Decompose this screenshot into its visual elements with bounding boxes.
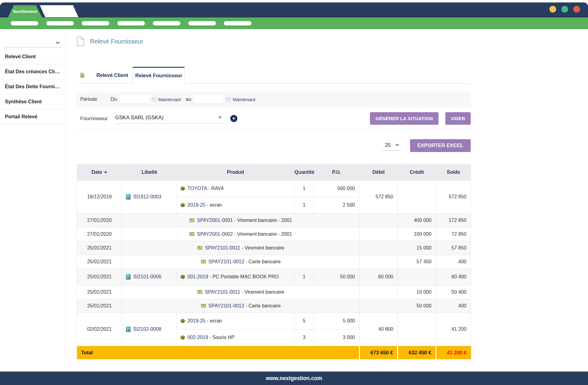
product-link[interactable]: TOYOTA [187, 186, 207, 191]
periode-label: Période [80, 97, 97, 102]
sidebar-item-releve-client[interactable]: Relevé Client [0, 49, 66, 64]
payment-code-link[interactable]: SPAY2101-0012 [209, 303, 244, 308]
solde-cell: 572 850 [436, 180, 471, 213]
sidebar-item-synthese-client[interactable]: Synthèse Client [0, 94, 66, 109]
column-header-debit[interactable]: Débit [360, 164, 398, 180]
table-row: 16/12/2019$SI1912-0003TOYOTA - RAV41500 … [77, 180, 471, 197]
date-from-input[interactable] [121, 95, 149, 104]
debit-cell [360, 255, 398, 269]
column-header-pu[interactable]: P.U. [314, 164, 360, 180]
chevron-down-icon [395, 144, 399, 146]
nav-pill[interactable] [224, 21, 251, 25]
invoice-code-link[interactable]: SI1912-0003 [133, 194, 161, 199]
date-cell: 16/12/2019 [77, 180, 122, 213]
window-dot-teal[interactable] [561, 6, 568, 13]
payment-cell: $SPAY2101-0011 - Virement bancaire [122, 241, 360, 255]
solde-cell: 60 400 [436, 269, 471, 285]
column-header-credit[interactable]: Crédit [398, 164, 436, 180]
window-dot-yellow[interactable] [549, 6, 556, 13]
total-solde: 41 200 € [436, 346, 471, 359]
tab-bar: Relevé Client Relevé Fournisseur [77, 67, 471, 84]
calendar-icon[interactable] [226, 97, 231, 101]
app-window: NextGestion Relevé ClientÉtat Des créanc… [0, 2, 588, 385]
payment-cell: $SPAY2101-0012 - Carte bancaire [122, 255, 360, 269]
sidebar-item-portail-releve[interactable]: Portail Relevé [0, 109, 66, 124]
payment-cell: $SPAY2101-0012 - Carte bancaire [122, 299, 360, 313]
nav-pill[interactable] [153, 21, 180, 25]
quantity-cell: 1 [295, 180, 314, 197]
svg-text:$: $ [202, 261, 203, 263]
sidebar-item-etat-des-creances-client[interactable]: État Des créances Client [0, 64, 66, 79]
tab-releve-client[interactable]: Relevé Client [92, 67, 133, 83]
date-to-input[interactable] [195, 95, 223, 104]
produit-cell: 002-2019 - Souris HP [177, 329, 295, 346]
payment-icon: $ [189, 232, 194, 236]
au-label: au [186, 97, 191, 102]
nav-pill[interactable] [46, 21, 74, 25]
payment-code-link[interactable]: SPAY2101-0012 [209, 259, 244, 264]
product-link[interactable]: 2019-25 [187, 202, 205, 208]
svg-text:$: $ [202, 305, 203, 307]
footer-url: www.nextgestion.com [266, 375, 322, 382]
payment-code-link[interactable]: SPAY2101-0011 [205, 289, 240, 295]
maintenant-from-link[interactable]: Maintenant [158, 97, 181, 102]
window-dot-red[interactable] [573, 6, 580, 13]
debit-cell [360, 285, 398, 299]
package-icon [180, 318, 185, 323]
debit-cell [360, 227, 398, 241]
sidebar-dropdown[interactable] [4, 35, 61, 48]
product-link[interactable]: 002-2019 [187, 335, 208, 340]
column-header-produit[interactable]: Produit [177, 164, 295, 180]
generate-situation-button[interactable]: GÉNÉRER LA SITUATION [370, 112, 439, 125]
payment-cell: $SPAY2001-0001 - Virement bancaire - 200… [122, 213, 360, 227]
table-row: 25/01/2021$SPAY2101-0012 - Carte bancair… [77, 299, 471, 313]
credit-cell: 50 000 [398, 299, 436, 313]
column-header-libelle[interactable]: Libellé [122, 164, 177, 180]
sidebar-item-etat-des-dette-fournis[interactable]: État Des Dette Fournis… [0, 79, 66, 94]
period-filter-row: Période Du Maintenant au Maintenant [77, 91, 471, 107]
total-debit: 673 650 € [360, 346, 398, 359]
fournisseur-select[interactable]: GSKA SARL (GSKA) [115, 113, 224, 124]
payment-code-link[interactable]: SPAY2001-0001 [197, 218, 233, 223]
nav-pill[interactable] [82, 21, 109, 25]
invoice-code-link[interactable]: SI2102-0008 [133, 326, 161, 332]
fournisseur-label: Fournisseur [80, 116, 108, 122]
quantity-cell: 5 [295, 313, 314, 329]
sidebar-menu: Relevé ClientÉtat Des créances ClientÉta… [0, 49, 66, 124]
page-size-select[interactable]: 25 [382, 141, 401, 151]
blank-browser-tab[interactable] [40, 5, 78, 17]
date-cell: 25/01/2021 [77, 241, 122, 255]
window-controls [549, 6, 580, 13]
column-header-quantite[interactable]: Quantité [295, 164, 314, 180]
quantity-cell: 1 [295, 269, 314, 285]
clear-button[interactable]: VIDER [445, 112, 471, 125]
credit-cell: 57 450 [398, 255, 436, 269]
nav-pill[interactable] [117, 21, 145, 25]
column-header-date[interactable]: Date [77, 164, 122, 180]
date-cell: 27/01/2020 [77, 227, 122, 241]
column-header-solde[interactable]: Solde [436, 164, 471, 180]
maintenant-to-link[interactable]: Maintenant [233, 97, 255, 102]
table-row: 25/01/2021$SPAY2101-0011 - Virement banc… [77, 285, 471, 299]
calendar-icon[interactable] [152, 97, 156, 101]
add-fournisseur-button[interactable]: + [230, 115, 237, 122]
export-excel-button[interactable]: EXPORTER EXCEL [410, 139, 471, 152]
invoice-code-link[interactable]: SI2101-0006 [133, 274, 161, 279]
brand-tab[interactable]: NextGestion [8, 5, 42, 17]
package-icon [180, 203, 185, 208]
total-credit: 632 450 € [398, 346, 436, 359]
payment-code-link[interactable]: SPAY2001-0002 [197, 231, 233, 237]
table-row: 27/01/2020$SPAY2001-0001 - Virement banc… [77, 213, 471, 227]
tab-releve-fournisseur[interactable]: Relevé Fournisseur [133, 67, 185, 84]
svg-text:$: $ [127, 329, 128, 332]
payment-code-link[interactable]: SPAY2101-0011 [205, 245, 240, 250]
payment-icon: $ [189, 218, 194, 222]
table-body: 16/12/2019$SI1912-0003TOYOTA - RAV41500 … [77, 180, 471, 346]
nav-pill[interactable] [188, 21, 216, 25]
product-link[interactable]: 001-2019 [187, 274, 208, 279]
nav-pill[interactable] [11, 21, 38, 25]
product-link[interactable]: 2019-25 [187, 318, 205, 323]
nav-menu [0, 17, 588, 29]
credit-cell: 100 000 [398, 227, 436, 241]
unit-price-cell: 5 000 [314, 313, 360, 329]
